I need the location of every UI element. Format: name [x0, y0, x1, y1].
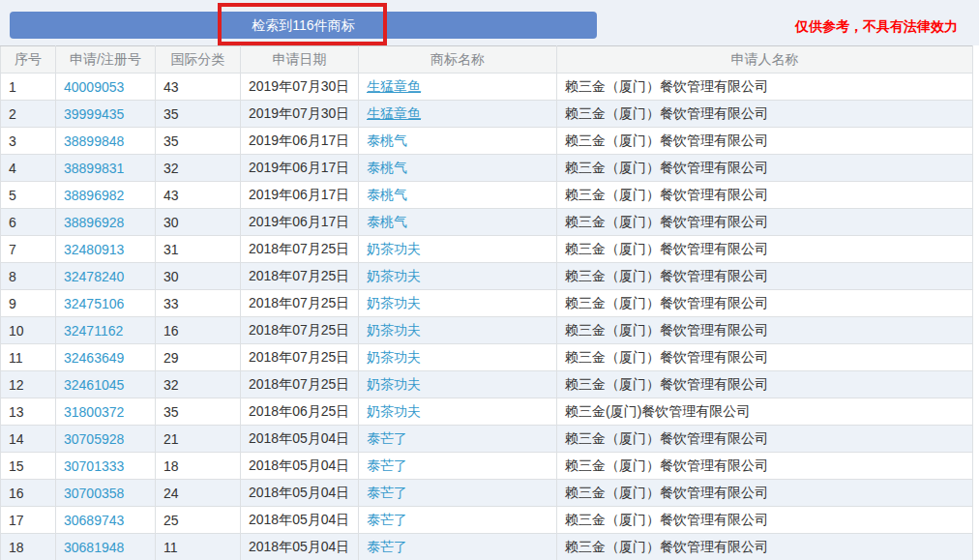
- applicant-cell: 赖三金（厦门）餐饮管理有限公司: [557, 507, 973, 534]
- apply-date-cell: 2018年05月04日: [241, 480, 359, 507]
- intl-class-cell: 43: [156, 74, 241, 101]
- apply-date-cell: 2019年06月17日: [241, 128, 359, 155]
- registration-number-link[interactable]: 39999435: [64, 106, 124, 122]
- column-header-intl-class: 国际分类: [156, 46, 241, 74]
- registration-number-link[interactable]: 32471162: [64, 323, 123, 339]
- table-row: 1 40009053 43 2019年07月30日 生猛章鱼 赖三金（厦门）餐饮…: [1, 74, 973, 101]
- serial-cell: 13: [1, 398, 56, 426]
- registration-number-link[interactable]: 32463649: [64, 350, 124, 366]
- trademark-name-cell: 泰芒了: [359, 507, 557, 534]
- registration-number-link[interactable]: 38896928: [64, 215, 124, 230]
- registration-number-link[interactable]: 38896982: [64, 188, 124, 203]
- serial-cell: 6: [1, 209, 56, 236]
- registration-number-link[interactable]: 30705928: [64, 431, 124, 447]
- registration-number-link[interactable]: 31800372: [64, 404, 124, 420]
- serial-cell: 9: [1, 290, 56, 317]
- trademark-name-link[interactable]: 生猛章鱼: [367, 105, 421, 121]
- apply-date-cell: 2018年05月04日: [241, 534, 359, 560]
- trademark-name-link[interactable]: 泰芒了: [367, 512, 407, 527]
- applicant-cell: 赖三金（厦门）餐饮管理有限公司: [557, 101, 973, 128]
- trademark-name-cell: 泰桃气: [359, 209, 557, 236]
- trademark-name-link[interactable]: 奶茶功夫: [367, 349, 421, 365]
- trademark-name-link[interactable]: 奶茶功夫: [367, 295, 421, 310]
- registration-number-cell: 32461045: [56, 371, 156, 398]
- table-row: 7 32480913 31 2018年07月25日 奶茶功夫 赖三金（厦门）餐饮…: [1, 236, 973, 263]
- trademark-name-cell: 奶茶功夫: [359, 371, 557, 398]
- registration-number-link[interactable]: 30701333: [64, 458, 124, 474]
- trademark-name-link[interactable]: 泰芒了: [367, 539, 407, 554]
- applicant-cell: 赖三金（厦门）餐饮管理有限公司: [557, 263, 973, 290]
- trademark-name-cell: 泰芒了: [359, 453, 557, 480]
- column-header-trademark: 商标名称: [359, 46, 557, 74]
- registration-number-link[interactable]: 32475106: [64, 296, 124, 311]
- intl-class-cell: 32: [156, 155, 241, 182]
- registration-number-link[interactable]: 30689743: [64, 513, 124, 528]
- registration-number-link[interactable]: 32480913: [64, 242, 124, 257]
- intl-class-cell: 30: [156, 209, 241, 236]
- registration-number-cell: 32475106: [56, 290, 156, 317]
- trademark-name-link[interactable]: 泰桃气: [367, 214, 407, 229]
- apply-date-cell: 2019年06月17日: [241, 209, 359, 236]
- registration-number-link[interactable]: 30700358: [64, 486, 124, 501]
- apply-date-cell: 2018年06月25日: [241, 398, 359, 426]
- result-count-banner[interactable]: 检索到116件商标: [10, 12, 597, 39]
- trademark-name-link[interactable]: 泰桃气: [367, 187, 407, 202]
- registration-number-cell: 30701333: [56, 453, 156, 480]
- registration-number-cell: 38896982: [56, 182, 156, 209]
- serial-cell: 10: [1, 317, 56, 344]
- trademark-name-cell: 奶茶功夫: [359, 317, 557, 344]
- table-row: 16 30700358 24 2018年05月04日 泰芒了 赖三金（厦门）餐饮…: [1, 480, 973, 507]
- registration-number-link[interactable]: 38899848: [64, 133, 124, 149]
- trademark-name-link[interactable]: 泰芒了: [367, 430, 407, 446]
- registration-number-cell: 40009053: [56, 74, 156, 101]
- applicant-cell: 赖三金（厦门）餐饮管理有限公司: [557, 344, 973, 371]
- apply-date-cell: 2018年05月04日: [241, 453, 359, 480]
- registration-number-cell: 30689743: [56, 507, 156, 534]
- trademark-name-link[interactable]: 奶茶功夫: [367, 268, 421, 283]
- apply-date-cell: 2019年06月17日: [241, 155, 359, 182]
- trademark-name-link[interactable]: 泰桃气: [367, 160, 407, 175]
- apply-date-cell: 2019年06月17日: [241, 182, 359, 209]
- registration-number-cell: 30681948: [56, 534, 156, 560]
- table-row: 3 38899848 35 2019年06月17日 泰桃气 赖三金（厦门）餐饮管…: [1, 128, 973, 155]
- trademark-name-link[interactable]: 泰芒了: [367, 457, 407, 473]
- applicant-cell: 赖三金（厦门）餐饮管理有限公司: [557, 236, 973, 263]
- registration-number-cell: 30705928: [56, 426, 156, 453]
- trademark-name-link[interactable]: 奶茶功夫: [367, 376, 421, 392]
- applicant-cell: 赖三金（厦门）餐饮管理有限公司: [557, 426, 973, 453]
- serial-cell: 14: [1, 426, 56, 453]
- apply-date-cell: 2018年05月04日: [241, 507, 359, 534]
- results-table: 序号 申请/注册号 国际分类 申请日期 商标名称 申请人名称 1 4000905…: [0, 45, 973, 560]
- table-body: 1 40009053 43 2019年07月30日 生猛章鱼 赖三金（厦门）餐饮…: [1, 74, 973, 560]
- serial-cell: 11: [1, 344, 56, 371]
- applicant-cell: 赖三金（厦门）餐饮管理有限公司: [557, 534, 973, 560]
- table-header-row: 序号 申请/注册号 国际分类 申请日期 商标名称 申请人名称: [1, 46, 973, 74]
- registration-number-link[interactable]: 32478240: [64, 269, 124, 284]
- top-bar: 检索到116件商标 仅供参考，不具有法律效力: [0, 0, 979, 45]
- trademark-name-link[interactable]: 泰芒了: [367, 485, 407, 500]
- trademark-name-cell: 泰桃气: [359, 155, 557, 182]
- trademark-name-link[interactable]: 奶茶功夫: [367, 241, 421, 256]
- serial-cell: 2: [1, 101, 56, 128]
- trademark-name-link[interactable]: 奶茶功夫: [367, 322, 421, 338]
- intl-class-cell: 24: [156, 480, 241, 507]
- trademark-name-link[interactable]: 泰桃气: [367, 133, 407, 148]
- trademark-name-link[interactable]: 奶茶功夫: [367, 403, 421, 419]
- applicant-cell: 赖三金（厦门）餐饮管理有限公司: [557, 128, 973, 155]
- apply-date-cell: 2018年07月25日: [241, 344, 359, 371]
- intl-class-cell: 18: [156, 453, 241, 480]
- registration-number-link[interactable]: 30681948: [64, 540, 124, 555]
- table-row: 10 32471162 16 2018年07月25日 奶茶功夫 赖三金（厦门）餐…: [1, 317, 973, 344]
- table-row: 12 32461045 32 2018年07月25日 奶茶功夫 赖三金（厦门）餐…: [1, 371, 973, 398]
- trademark-name-cell: 奶茶功夫: [359, 263, 557, 290]
- registration-number-link[interactable]: 32461045: [64, 377, 124, 393]
- table-row: 15 30701333 18 2018年05月04日 泰芒了 赖三金（厦门）餐饮…: [1, 453, 973, 480]
- serial-cell: 1: [1, 74, 56, 101]
- registration-number-link[interactable]: 38899831: [64, 161, 124, 176]
- registration-number-cell: 32478240: [56, 263, 156, 290]
- intl-class-cell: 35: [156, 398, 241, 426]
- registration-number-link[interactable]: 40009053: [64, 79, 124, 95]
- trademark-name-link[interactable]: 生猛章鱼: [367, 78, 421, 94]
- column-header-apply-date: 申请日期: [241, 46, 359, 74]
- trademark-name-cell: 泰芒了: [359, 480, 557, 507]
